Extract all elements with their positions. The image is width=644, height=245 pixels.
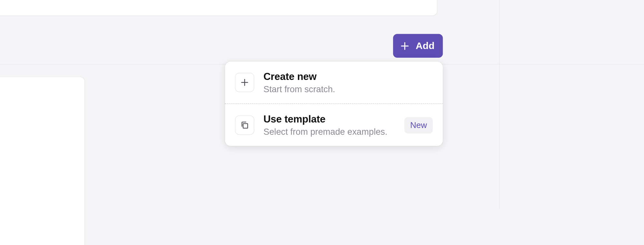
card-top	[0, 0, 437, 16]
menu-item-title: Create new	[264, 71, 433, 82]
menu-item-use-template[interactable]: Use template Select from premade example…	[225, 104, 443, 146]
add-button-label: Add	[416, 40, 435, 52]
menu-item-text: Create new Start from scratch.	[264, 71, 433, 94]
svg-rect-4	[243, 123, 248, 128]
menu-item-desc: Select from premade examples.	[264, 127, 395, 137]
new-badge: New	[404, 117, 433, 133]
menu-item-text: Use template Select from premade example…	[264, 113, 395, 137]
menu-item-desc: Start from scratch.	[264, 84, 433, 94]
add-button[interactable]: Add	[393, 34, 443, 58]
card-main	[0, 77, 85, 245]
sidebar-panel	[499, 0, 644, 209]
plus-icon	[400, 41, 410, 51]
menu-item-title: Use template	[264, 113, 395, 125]
menu-item-create-new[interactable]: Create new Start from scratch.	[225, 62, 443, 103]
add-menu: Create new Start from scratch. Use templ…	[225, 62, 443, 146]
copy-icon	[235, 115, 254, 135]
plus-icon	[235, 73, 254, 92]
